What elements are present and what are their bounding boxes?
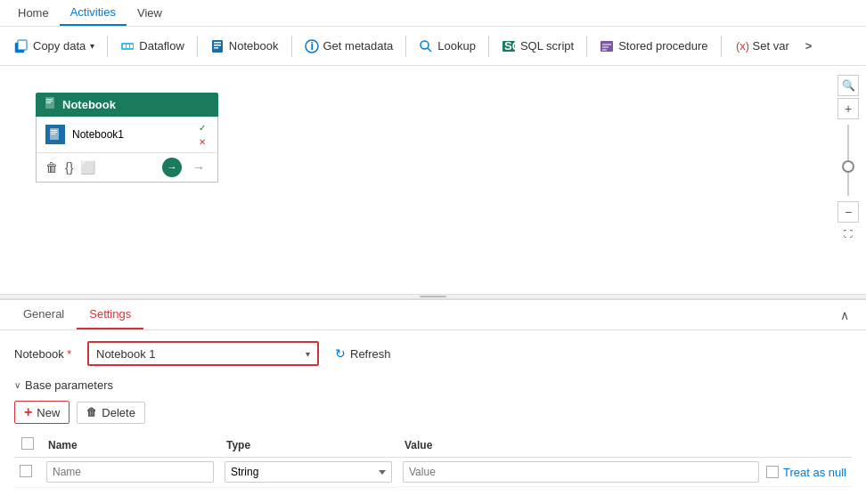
toolbar-separator-4 <box>405 36 406 57</box>
required-marker: * <box>67 347 71 361</box>
notebook-block-footer: 🗑 {} ⬜ → → <box>37 152 217 182</box>
select-all-checkbox[interactable] <box>21 437 34 450</box>
notebook-item-label: Notebook1 <box>72 128 189 141</box>
dataflow-button[interactable]: Dataflow <box>113 36 192 57</box>
get-metadata-icon: i <box>305 39 319 53</box>
treat-as-null-text: Treat as null <box>783 466 846 479</box>
sql-script-button[interactable]: SQL SQL script <box>494 36 581 57</box>
success-arrow[interactable]: → <box>162 158 182 177</box>
notebook-block-header: Notebook <box>36 93 218 117</box>
panel-tab-bar: General Settings ∧ <box>0 300 866 330</box>
table-row: String Bool Int Float Array Object Secur… <box>14 458 852 488</box>
svg-text:(x): (x) <box>736 39 748 53</box>
new-button-label: New <box>37 406 60 419</box>
notebook-activity-block[interactable]: Notebook Notebook1 <box>36 93 218 183</box>
svg-rect-9 <box>214 47 218 49</box>
svg-point-12 <box>421 41 429 49</box>
col-header-value: Value <box>397 433 852 458</box>
nav-activities[interactable]: Activities <box>60 0 127 26</box>
zoom-slider-thumb[interactable] <box>842 160 854 173</box>
get-metadata-label: Get metadata <box>323 39 394 53</box>
tab-general[interactable]: General <box>11 300 77 329</box>
panel-collapse-button[interactable]: ∧ <box>834 305 855 326</box>
svg-rect-5 <box>130 45 133 48</box>
notebook-item-row[interactable]: Notebook1 ✓ ✕ <box>37 117 217 152</box>
notebook-block-title: Notebook <box>62 98 116 111</box>
fit-to-screen-button[interactable]: ⛶ <box>839 224 857 242</box>
notebook-button[interactable]: Notebook <box>203 36 286 57</box>
lookup-label: Lookup <box>437 39 476 53</box>
stored-procedure-button[interactable]: Stored procedure <box>592 36 715 57</box>
svg-rect-1 <box>18 40 27 50</box>
lookup-button[interactable]: Lookup <box>412 36 483 57</box>
code-icon[interactable]: {} <box>65 160 73 175</box>
notebook-dropdown-value: Notebook 1 <box>96 347 156 361</box>
status-check-icon: ✓ <box>196 121 208 134</box>
value-cell: Treat as null <box>397 458 852 487</box>
copy-data-icon <box>14 39 29 53</box>
toolbar-separator-6 <box>586 36 587 57</box>
base-parameters-section[interactable]: ∨ Base parameters <box>14 378 852 392</box>
nav-home[interactable]: Home <box>7 0 60 26</box>
toolbar-more-button[interactable]: > <box>800 36 818 56</box>
copy-activity-icon[interactable]: ⬜ <box>80 160 95 175</box>
refresh-button[interactable]: ↻ Refresh <box>330 343 396 364</box>
set-variable-button[interactable]: (x) Set var <box>727 36 797 57</box>
delete-parameter-button[interactable]: 🗑 Delete <box>77 402 145 424</box>
toolbar-separator-5 <box>488 36 489 57</box>
type-cell: String Bool Int Float Array Object Secur… <box>219 458 397 488</box>
svg-text:i: i <box>310 39 314 53</box>
row-checkbox[interactable] <box>20 465 32 477</box>
sql-script-label: SQL script <box>520 39 574 53</box>
name-cell <box>41 458 219 488</box>
dataflow-icon <box>120 39 135 53</box>
nav-view[interactable]: View <box>127 0 173 26</box>
notebook-block-body: Notebook1 ✓ ✕ 🗑 {} ⬜ → → <box>36 117 218 183</box>
value-input[interactable] <box>403 461 759 483</box>
svg-rect-8 <box>214 45 221 46</box>
lookup-icon <box>419 39 433 53</box>
notebook-dropdown[interactable]: Notebook 1 ▾ <box>87 341 319 366</box>
delete-icon: 🗑 <box>86 406 97 419</box>
delete-activity-icon[interactable]: 🗑 <box>45 160 58 175</box>
svg-rect-26 <box>51 130 57 131</box>
set-variable-icon: (x) <box>734 39 748 53</box>
notebook-icon <box>210 39 225 53</box>
svg-rect-4 <box>127 45 129 48</box>
sql-script-icon: SQL <box>502 39 516 53</box>
svg-rect-3 <box>123 45 126 48</box>
zoom-in-button[interactable]: + <box>837 98 859 119</box>
notebook-item-icon <box>45 125 65 144</box>
name-input[interactable] <box>46 461 214 483</box>
section-chevron-icon: ∨ <box>14 380 20 390</box>
tab-settings[interactable]: Settings <box>77 300 143 329</box>
pipeline-canvas[interactable]: Notebook Notebook1 <box>0 66 866 294</box>
panel-tab-actions: ∧ <box>834 305 855 326</box>
next-arrow[interactable]: → <box>189 158 208 177</box>
status-x-icon: ✕ <box>196 135 208 148</box>
row-checkbox-cell <box>14 458 41 488</box>
top-navigation: Home Activities View <box>0 0 866 27</box>
divider-handle <box>420 296 446 297</box>
canvas-search-button[interactable]: 🔍 <box>837 75 859 96</box>
zoom-out-button[interactable]: − <box>837 201 859 223</box>
type-select[interactable]: String Bool Int Float Array Object Secur… <box>225 461 392 483</box>
zoom-controls: 🔍 + − ⛶ <box>837 75 859 242</box>
new-parameter-button[interactable]: + New <box>14 401 69 424</box>
col-header-check <box>14 433 41 458</box>
zoom-slider-track <box>847 125 849 196</box>
base-parameters-label: Base parameters <box>25 378 113 392</box>
parameters-table: Name Type Value String Boo <box>14 433 852 488</box>
svg-rect-27 <box>51 132 57 133</box>
toolbar-separator-7 <box>721 36 722 57</box>
notebook-block-icon <box>45 97 57 112</box>
get-metadata-button[interactable]: i Get metadata <box>298 36 401 57</box>
delete-button-label: Delete <box>102 406 135 419</box>
treat-as-null-checkbox[interactable] <box>766 466 779 478</box>
new-icon: + <box>24 405 32 419</box>
col-header-name: Name <box>41 433 219 458</box>
treat-as-null-label: Treat as null <box>766 466 846 479</box>
col-header-type: Type <box>219 433 397 458</box>
copy-data-button[interactable]: Copy data ▾ <box>7 36 102 57</box>
stored-procedure-label: Stored procedure <box>618 39 707 53</box>
